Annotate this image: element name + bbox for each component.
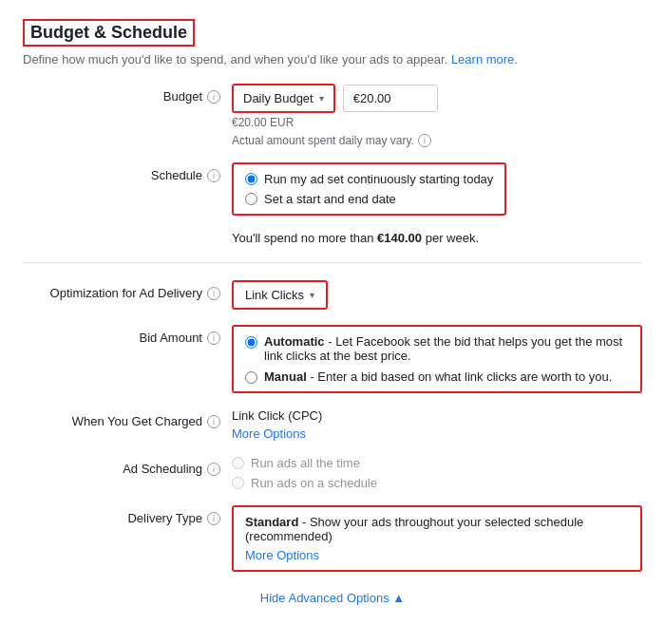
weekly-note-text: You'll spend no more than €140.00 per we… (232, 231, 479, 245)
schedule-option-continuous[interactable]: Run my ad set continuously starting toda… (245, 172, 493, 186)
bid-manual-option: Manual - Enter a bid based on what link … (245, 369, 629, 384)
ad-scheduling-row: Ad Scheduling i Run ads all the time Run… (23, 456, 642, 490)
ad-scheduling-radio-alltime[interactable] (232, 457, 244, 469)
bid-automatic-option: Automatic - Let Facebook set the bid tha… (245, 334, 629, 363)
schedule-control: Run my ad set continuously starting toda… (232, 162, 642, 216)
hide-advanced-options: Hide Advanced Options ▲ (23, 591, 642, 605)
delivery-more-options-link[interactable]: More Options (245, 548, 319, 562)
delivery-type-row: Delivery Type i Standard - Show your ads… (23, 505, 642, 572)
when-charged-row: When You Get Charged i Link Click (CPC) … (23, 408, 642, 441)
schedule-radio-dates[interactable] (245, 193, 257, 205)
schedule-box: Run my ad set continuously starting toda… (232, 162, 506, 216)
bid-amount-box: Automatic - Let Facebook set the bid tha… (232, 325, 642, 393)
schedule-radio-continuous[interactable] (245, 173, 257, 185)
bid-amount-label: Bid Amount i (23, 325, 232, 345)
bid-amount-control: Automatic - Let Facebook set the bid tha… (232, 325, 642, 393)
amount-note-info-icon[interactable]: i (418, 134, 431, 147)
when-charged-info-icon[interactable]: i (207, 415, 220, 428)
bid-radio-manual[interactable] (245, 371, 257, 384)
schedule-row: Schedule i Run my ad set continuously st… (23, 162, 642, 216)
budget-dropdown[interactable]: Daily Budget ▾ (232, 84, 335, 113)
budget-info-icon[interactable]: i (207, 90, 220, 104)
budget-input[interactable] (343, 85, 438, 112)
bid-manual-text: Manual - Enter a bid based on what link … (264, 369, 612, 384)
budget-currency-hint: €20.00 EUR (232, 116, 642, 129)
schedule-info-icon[interactable]: i (207, 169, 220, 182)
when-charged-control: Link Click (CPC) More Options (232, 408, 642, 441)
schedule-option-dates[interactable]: Set a start and end date (245, 192, 493, 206)
when-charged-more-options-link[interactable]: More Options (232, 426, 306, 441)
when-charged-value: Link Click (CPC) (232, 408, 642, 423)
when-charged-label: When You Get Charged i (23, 408, 232, 428)
bid-radio-automatic[interactable] (245, 336, 257, 349)
ad-scheduling-label: Ad Scheduling i (23, 456, 232, 476)
delivery-box: Standard - Show your ads throughout your… (232, 505, 642, 572)
bid-automatic-text: Automatic - Let Facebook set the bid tha… (264, 334, 629, 363)
optimization-dropdown[interactable]: Link Clicks ▾ (232, 280, 328, 310)
delivery-type-info-icon[interactable]: i (207, 512, 220, 525)
optimization-control: Link Clicks ▾ (232, 280, 642, 310)
optimization-arrow-icon: ▾ (310, 290, 314, 300)
delivery-type-text: Standard - Show your ads throughout your… (245, 515, 629, 543)
divider-1 (23, 262, 642, 263)
ad-scheduling-control: Run ads all the time Run ads on a schedu… (232, 456, 642, 490)
hide-advanced-options-link[interactable]: Hide Advanced Options ▲ (260, 591, 405, 605)
section-title: Budget & Schedule (23, 19, 195, 47)
ad-scheduling-option-alltime[interactable]: Run ads all the time (232, 456, 642, 470)
amount-note: Actual amount spent daily may vary. i (232, 134, 642, 147)
delivery-type-control: Standard - Show your ads throughout your… (232, 505, 642, 572)
schedule-option2-label: Set a start and end date (264, 192, 396, 206)
optimization-label: Optimization for Ad Delivery i (23, 280, 232, 300)
optimization-row: Optimization for Ad Delivery i Link Clic… (23, 280, 642, 310)
schedule-option1-label: Run my ad set continuously starting toda… (264, 172, 493, 186)
budget-control: Daily Budget ▾ €20.00 EUR Actual amount … (232, 84, 642, 147)
delivery-type-label: Delivery Type i (23, 505, 232, 525)
ad-scheduling-radio-schedule[interactable] (232, 477, 244, 489)
budget-label: Budget i (23, 84, 232, 104)
budget-row: Budget i Daily Budget ▾ €20.00 EUR Actua… (23, 84, 642, 147)
ad-scheduling-option2-label: Run ads on a schedule (251, 476, 377, 490)
bid-amount-info-icon[interactable]: i (207, 331, 220, 345)
ad-scheduling-option1-label: Run ads all the time (251, 456, 360, 470)
section-subtitle: Define how much you'd like to spend, and… (23, 52, 642, 66)
schedule-label: Schedule i (23, 162, 232, 182)
weekly-spend-note: You'll spend no more than €140.00 per we… (232, 231, 642, 245)
ad-scheduling-option-schedule[interactable]: Run ads on a schedule (232, 476, 642, 490)
optimization-info-icon[interactable]: i (207, 287, 220, 300)
ad-scheduling-info-icon[interactable]: i (207, 463, 220, 476)
bid-amount-row: Bid Amount i Automatic - Let Facebook se… (23, 325, 642, 393)
learn-more-link[interactable]: Learn more. (451, 52, 518, 66)
dropdown-arrow-icon: ▾ (319, 93, 324, 104)
